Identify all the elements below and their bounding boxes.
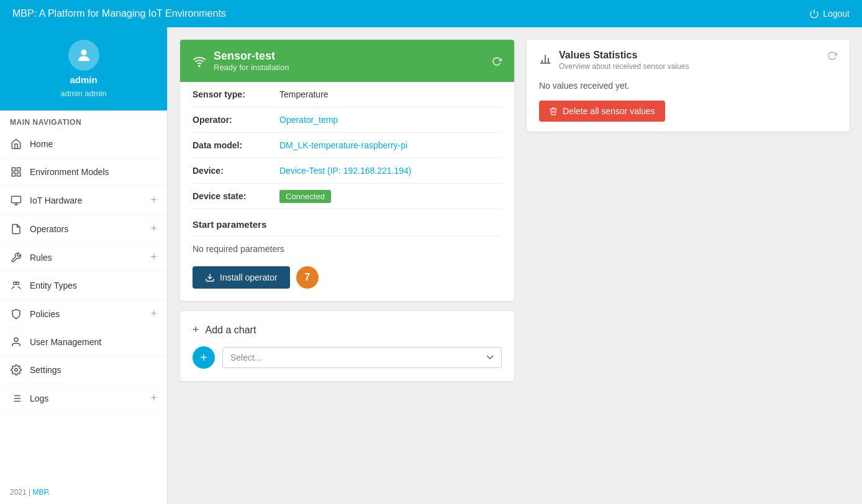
no-params-text: No required parameters [193,244,502,254]
sidebar-item-user-management[interactable]: User Management [0,328,167,356]
sidebar-item-operators[interactable]: Operators + [0,215,167,243]
sidebar-footer: 2021 | MBP. [0,480,167,504]
sidebar-item-rules-label: Rules [30,253,52,263]
delete-btn-label: Delete all sensor values [563,106,655,116]
svg-point-1 [81,50,86,55]
sensor-device-value: Device-Test (IP: 192.168.221.194) [279,166,411,176]
sensor-operator-row: Operator: Operator_temp [193,107,502,133]
delete-sensor-values-button[interactable]: Delete all sensor values [539,101,665,122]
wifi-icon [193,53,206,68]
sidebar-item-home[interactable]: Home [0,130,167,158]
monitor-icon [10,194,22,207]
sensor-devicestate-label: Device state: [193,191,279,201]
main-layout: admin admin admin Main Navigation Home E… [0,27,862,504]
sensor-datamodel-label: Data model: [193,140,279,150]
profile-fullname: admin admin [60,89,106,98]
svg-point-12 [15,369,18,372]
sidebar-item-entity-types[interactable]: Entity Types [0,272,167,300]
svg-point-19 [199,65,200,66]
sensor-header: Sensor-test Ready for installation [180,40,514,82]
left-column: Sensor-test Ready for installation Senso… [180,40,514,381]
sidebar-item-iot-hardware-label: IoT Hardware [30,196,83,205]
operators-plus-icon[interactable]: + [150,222,157,235]
add-chart-title: Add a chart [206,325,256,336]
users-grid-icon [10,279,22,292]
sensor-datamodel-value: DM_LK-temperature-raspberry-pi [279,140,407,150]
stats-subtitle: Overview about received sensor values [559,62,689,71]
sidebar-profile: admin admin admin [0,27,167,110]
sidebar-item-policies[interactable]: Policies + [0,300,167,328]
sidebar-item-user-management-label: User Management [30,337,101,347]
chart-add-button[interactable]: + [193,346,215,369]
app-title: MBP: A Platform for Managing IoT Environ… [12,8,226,19]
values-stats-card: Values Statistics Overview about receive… [527,40,850,132]
user-icon [75,47,93,64]
chart-type-select[interactable]: Select... [222,347,502,368]
stats-header: Values Statistics Overview about receive… [539,50,837,71]
sensor-type-value: Temperature [279,89,329,99]
sensor-body: Sensor type: Temperature Operator: Opera… [180,82,514,301]
shield-icon [10,308,22,320]
bar-chart-icon [539,51,551,65]
sensor-device-label: Device: [193,166,279,176]
device-link[interactable]: Device-Test (IP: 192.168.221.194) [279,166,411,176]
footer-brand-link[interactable]: MBP. [33,488,50,497]
sidebar-item-logs-label: Logs [30,394,48,403]
nav-section-label: Main Navigation [0,110,167,130]
svg-point-10 [16,282,19,285]
logout-button[interactable]: Logout [809,9,850,19]
svg-rect-3 [17,168,20,171]
svg-rect-6 [12,196,21,203]
main-content: Sensor-test Ready for installation Senso… [168,27,862,504]
sensor-operator-value: Operator_temp [279,115,338,125]
sidebar-item-entity-types-label: Entity Types [30,281,77,290]
sidebar-item-rules[interactable]: Rules + [0,243,167,272]
trash-icon [549,107,558,115]
sidebar-item-settings[interactable]: Settings [0,356,167,384]
sensor-type-label: Sensor type: [193,89,279,99]
install-row: Install operator 7 [193,266,502,289]
sensor-card: Sensor-test Ready for installation Senso… [180,40,514,301]
connected-badge: Connected [279,190,331,203]
logout-label: Logout [823,9,850,19]
chart-input-row: + Select... [193,346,502,369]
policies-plus-icon[interactable]: + [150,307,157,320]
sidebar-item-environment-models-label: Environment Models [30,167,109,177]
sensor-refresh-icon[interactable] [492,55,502,66]
home-icon [10,138,22,150]
add-chart-header: + Add a chart [193,323,502,336]
right-column: Values Statistics Overview about receive… [527,40,850,132]
sidebar-item-logs[interactable]: Logs + [0,384,167,413]
start-params-section: Start parameters No required parameters [193,209,502,254]
sidebar-item-environment-models[interactable]: Environment Models [0,158,167,186]
file-icon [10,223,22,235]
svg-point-11 [14,338,18,341]
person-icon [10,336,22,348]
avatar [68,40,99,71]
add-chart-card: + Add a chart + Select... [180,311,514,381]
sidebar-item-iot-hardware[interactable]: IoT Hardware + [0,186,167,215]
sensor-name: Sensor-test [214,50,289,63]
profile-username: admin [70,74,97,85]
svg-rect-5 [17,173,20,176]
sensor-device-row: Device: Device-Test (IP: 192.168.221.194… [193,158,502,184]
iot-hardware-plus-icon[interactable]: + [150,194,157,207]
stats-refresh-icon[interactable] [827,50,837,61]
install-operator-button[interactable]: Install operator [193,266,290,289]
sensor-datamodel-row: Data model: DM_LK-temperature-raspberry-… [193,133,502,158]
sidebar-item-home-label: Home [30,139,53,149]
sensor-devicestate-row: Device state: Connected [193,184,502,209]
rules-plus-icon[interactable]: + [150,251,157,264]
topbar: MBP: A Platform for Managing IoT Environ… [0,0,862,27]
list-icon [10,392,22,405]
sidebar-item-settings-label: Settings [30,365,61,375]
datamodel-link[interactable]: DM_LK-temperature-raspberry-pi [279,140,407,150]
grid-icon [10,166,22,178]
logs-plus-icon[interactable]: + [150,392,157,405]
sidebar: admin admin admin Main Navigation Home E… [0,27,168,504]
add-chart-plus-icon: + [193,323,199,336]
start-params-title: Start parameters [193,219,502,230]
sensor-devicestate-value: Connected [279,191,331,201]
operator-link[interactable]: Operator_temp [279,115,338,125]
sidebar-item-policies-label: Policies [30,309,60,319]
